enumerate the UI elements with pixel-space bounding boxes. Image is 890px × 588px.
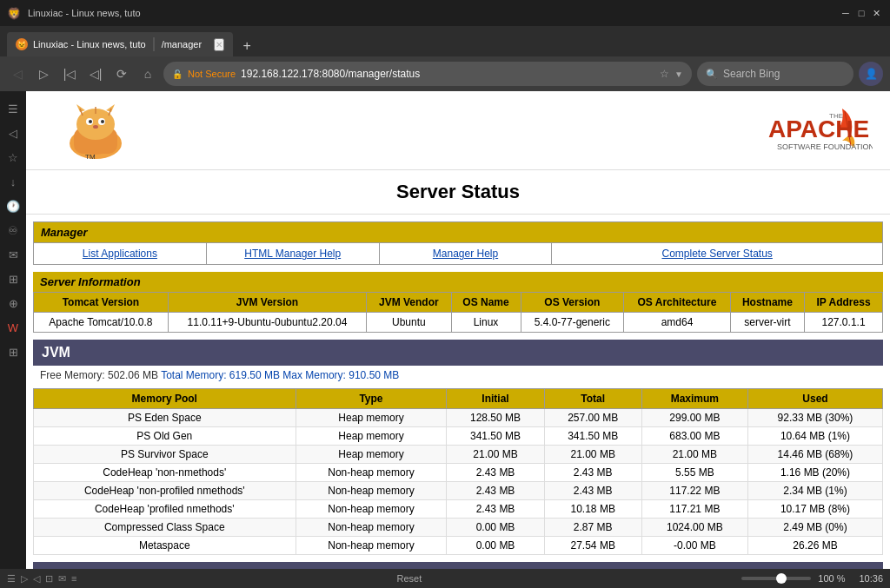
html-manager-help-link[interactable]: HTML Manager Help <box>207 243 380 264</box>
minimize-button[interactable]: ─ <box>840 7 852 19</box>
pool-initial: 2.43 MB <box>447 464 544 482</box>
total-memory-link[interactable]: Total Memory: 619.50 MB <box>161 369 280 381</box>
bottom-bar: ☰ ▷ ◁ ⊡ ✉ ≡ Reset 100 % 10:36 <box>0 569 890 588</box>
prev-button[interactable]: ◁| <box>85 63 106 84</box>
pool-name: CodeHeap 'non-nmethods' <box>34 464 296 482</box>
col-jvm-vendor: JVM Vendor <box>367 293 451 313</box>
pool-initial: 21.00 MB <box>447 446 544 464</box>
reset-label[interactable]: Reset <box>396 573 422 584</box>
back-button[interactable]: ◁ <box>7 63 28 84</box>
svg-point-10 <box>93 125 98 129</box>
table-row: PS Old Gen Heap memory 341.50 MB 341.50 … <box>34 427 883 446</box>
col-hostname: Hostname <box>730 293 804 313</box>
home-start-button[interactable]: |◁ <box>59 63 80 84</box>
complete-server-status-link[interactable]: Complete Server Status <box>552 243 882 264</box>
svg-text:APACHE: APACHE <box>768 116 869 142</box>
table-row: CodeHeap 'non-profiled nmethods' Non-hea… <box>34 482 883 500</box>
table-row: CodeHeap 'profiled nmethods' Non-heap me… <box>34 500 883 519</box>
address-bar[interactable]: 🔓 Not Secure 192.168.122.178:8080/manage… <box>163 62 692 86</box>
sidebar-icon-apps[interactable]: ⊞ <box>3 268 23 289</box>
col-tomcat-version: Tomcat Version <box>34 293 169 313</box>
time-display: 10:36 <box>859 573 883 584</box>
sidebar-icon-grid[interactable]: ⊞ <box>3 341 23 362</box>
page-header: TM THE APACHE SOFTWARE FOUNDATION <box>26 91 890 170</box>
menu-icon[interactable]: ≡ <box>71 573 76 584</box>
new-tab-button[interactable]: + <box>236 36 257 56</box>
sidebar-icon-add[interactable]: ⊕ <box>3 293 23 314</box>
sidebar-icon-favorites[interactable]: ☆ <box>3 147 23 168</box>
hostname-value: server-virt <box>730 313 804 333</box>
tab-icon[interactable]: ⊡ <box>45 573 53 585</box>
pool-used: 14.46 MB (68%) <box>747 446 882 464</box>
pool-initial: 2.43 MB <box>447 482 544 500</box>
profile-button[interactable]: 👤 <box>859 62 883 86</box>
ip-address-value: 127.0.1.1 <box>805 313 883 333</box>
sidebar-icon-collections[interactable]: ♾ <box>3 220 23 241</box>
back-nav-icon[interactable]: ◁ <box>33 573 40 585</box>
col-memory-pool: Memory Pool <box>34 389 296 409</box>
tomcat-version-value: Apache Tomcat/10.0.8 <box>34 313 169 333</box>
search-icon: 🔍 <box>706 69 718 80</box>
title-bar: 🦁 Linuxiac - Linux news, tuto ─ □ ✕ <box>0 0 890 26</box>
os-version-value: 5.4.0-77-generic <box>521 313 624 333</box>
max-memory-link[interactable]: Max Memory: 910.50 MB <box>282 369 399 381</box>
hamburger-icon[interactable]: ☰ <box>7 573 16 585</box>
mail-icon[interactable]: ✉ <box>58 573 66 585</box>
manager-section: Manager List Applications HTML Manager H… <box>33 221 883 265</box>
free-memory: Free Memory: 502.06 MB <box>40 369 158 381</box>
col-used: Used <box>747 389 882 409</box>
manager-help-link[interactable]: Manager Help <box>380 243 553 264</box>
table-row: Compressed Class Space Non-heap memory 0… <box>34 519 883 537</box>
forward-nav-icon[interactable]: ▷ <box>21 573 28 585</box>
zoom-slider[interactable] <box>741 577 811 580</box>
sidebar-icon-menu[interactable]: ☰ <box>3 98 23 119</box>
sidebar-icon-mail[interactable]: ✉ <box>3 244 23 265</box>
sidebar-icon-history[interactable]: 🕐 <box>3 195 23 216</box>
col-os-arch: OS Architecture <box>624 293 731 313</box>
pool-max: 21.00 MB <box>641 446 747 464</box>
pool-type: Non-heap memory <box>296 519 447 537</box>
col-ip-address: IP Address <box>805 293 883 313</box>
dropdown-icon: ▼ <box>674 69 683 79</box>
close-button[interactable]: ✕ <box>871 7 883 19</box>
forward-button[interactable]: ▷ <box>33 63 54 84</box>
lock-icon: 🔓 <box>172 69 183 79</box>
maximize-button[interactable]: □ <box>855 7 867 19</box>
window-controls: ─ □ ✕ <box>840 7 883 19</box>
sidebar-icon-w[interactable]: W <box>3 317 23 338</box>
pool-name: CodeHeap 'non-profiled nmethods' <box>34 482 296 500</box>
table-row: CodeHeap 'non-nmethods' Non-heap memory … <box>34 464 883 482</box>
browser-logo-icon: 🦁 <box>7 7 21 20</box>
zoom-thumb[interactable] <box>776 573 787 584</box>
svg-point-8 <box>89 120 92 123</box>
pool-name: CodeHeap 'profiled nmethods' <box>34 500 296 519</box>
pool-type: Non-heap memory <box>296 464 447 482</box>
pool-max: 117.22 MB <box>641 482 747 500</box>
active-tab[interactable]: 🐱 Linuxiac - Linux news, tuto /manager ✕ <box>7 32 233 56</box>
list-applications-link[interactable]: List Applications <box>34 243 207 264</box>
col-os-version: OS Version <box>521 293 624 313</box>
reload-button[interactable]: ⟳ <box>111 63 132 84</box>
svg-point-9 <box>101 120 104 123</box>
pool-type: Non-heap memory <box>296 500 447 519</box>
col-type: Type <box>296 389 447 409</box>
jvm-version-value: 11.0.11+9-Ubuntu-0ubuntu2.20.04 <box>168 313 366 333</box>
svg-text:TM: TM <box>85 153 96 161</box>
sidebar-icon-downloads[interactable]: ↓ <box>3 171 23 192</box>
home-button[interactable]: ⌂ <box>137 63 158 84</box>
pool-initial: 0.00 MB <box>447 519 544 537</box>
tomcat-logo: TM <box>43 100 148 161</box>
pool-max: 5.55 MB <box>641 464 747 482</box>
pool-total: 10.18 MB <box>544 500 641 519</box>
browser-title: Linuxiac - Linux news, tuto <box>28 8 141 18</box>
sidebar: ☰ ◁ ☆ ↓ 🕐 ♾ ✉ ⊞ ⊕ W ⊞ <box>0 91 26 569</box>
sidebar-icon-back[interactable]: ◁ <box>3 122 23 143</box>
pool-total: 257.00 MB <box>544 409 641 427</box>
col-total: Total <box>544 389 641 409</box>
table-row: PS Survivor Space Heap memory 21.00 MB 2… <box>34 446 883 464</box>
search-area[interactable]: 🔍 Search Bing <box>697 62 853 86</box>
tab-close-button[interactable]: ✕ <box>214 38 224 51</box>
os-name-value: Linux <box>451 313 521 333</box>
col-maximum: Maximum <box>641 389 747 409</box>
col-jvm-version: JVM Version <box>168 293 366 313</box>
